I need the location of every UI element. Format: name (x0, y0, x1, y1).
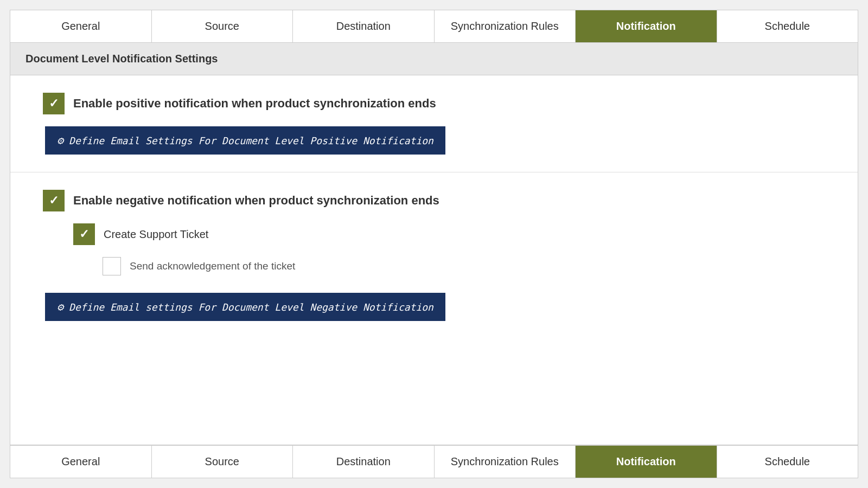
tab-general-top[interactable]: General (10, 10, 152, 42)
acknowledgement-label: Send acknowledgement of the ticket (130, 260, 295, 272)
acknowledgement-checkbox[interactable] (103, 257, 121, 275)
content-area: Document Level Notification Settings ✓ E… (10, 43, 858, 445)
tab-schedule-bottom[interactable]: Schedule (717, 446, 858, 478)
positive-checkbox-label: Enable positive notification when produc… (73, 97, 436, 111)
negative-settings-button[interactable]: ⚙ Define Email settings For Document Lev… (45, 293, 445, 321)
tab-notification-top[interactable]: Notification (576, 10, 717, 42)
tab-general-bottom[interactable]: General (10, 446, 152, 478)
positive-checkbox[interactable]: ✓ (43, 93, 65, 114)
bottom-tab-bar: General Source Destination Synchronizati… (10, 445, 858, 478)
negative-notification-section: ✓ Enable negative notification when prod… (10, 172, 858, 338)
tab-source-bottom[interactable]: Source (152, 446, 293, 478)
positive-settings-button[interactable]: ⚙ Define Email Settings For Document Lev… (45, 126, 445, 155)
positive-notification-section: ✓ Enable positive notification when prod… (10, 75, 858, 172)
support-ticket-checkbox-row: ✓ Create Support Ticket (73, 223, 825, 245)
negative-checkbox-row: ✓ Enable negative notification when prod… (43, 190, 825, 211)
section-header: Document Level Notification Settings (10, 43, 858, 75)
negative-checkbox[interactable]: ✓ (43, 190, 65, 211)
tab-destination-bottom[interactable]: Destination (293, 446, 435, 478)
negative-gear-icon: ⚙ (57, 300, 63, 313)
support-ticket-label: Create Support Ticket (104, 228, 208, 241)
negative-checkbox-label: Enable negative notification when produc… (73, 194, 439, 208)
positive-button-label: Define Email Settings For Document Level… (69, 135, 433, 146)
tab-schedule-top[interactable]: Schedule (717, 10, 858, 42)
positive-checkbox-row: ✓ Enable positive notification when prod… (43, 93, 825, 114)
support-ticket-checkmark-icon: ✓ (79, 227, 89, 241)
support-ticket-row: ✓ Create Support Ticket (73, 223, 825, 245)
negative-checkmark-icon: ✓ (49, 194, 59, 208)
negative-button-label: Define Email settings For Document Level… (69, 301, 433, 313)
tab-sync-rules-top[interactable]: Synchronization Rules (435, 10, 576, 42)
acknowledgement-row: Send acknowledgement of the ticket (103, 257, 825, 275)
positive-checkmark-icon: ✓ (49, 97, 59, 111)
support-ticket-checkbox[interactable]: ✓ (73, 223, 95, 245)
tab-sync-rules-bottom[interactable]: Synchronization Rules (435, 446, 576, 478)
tab-source-top[interactable]: Source (152, 10, 293, 42)
tab-destination-top[interactable]: Destination (293, 10, 435, 42)
top-tab-bar: General Source Destination Synchronizati… (10, 10, 858, 43)
positive-gear-icon: ⚙ (57, 134, 63, 147)
acknowledgement-checkbox-row: Send acknowledgement of the ticket (103, 257, 825, 275)
tab-notification-bottom[interactable]: Notification (576, 446, 717, 478)
